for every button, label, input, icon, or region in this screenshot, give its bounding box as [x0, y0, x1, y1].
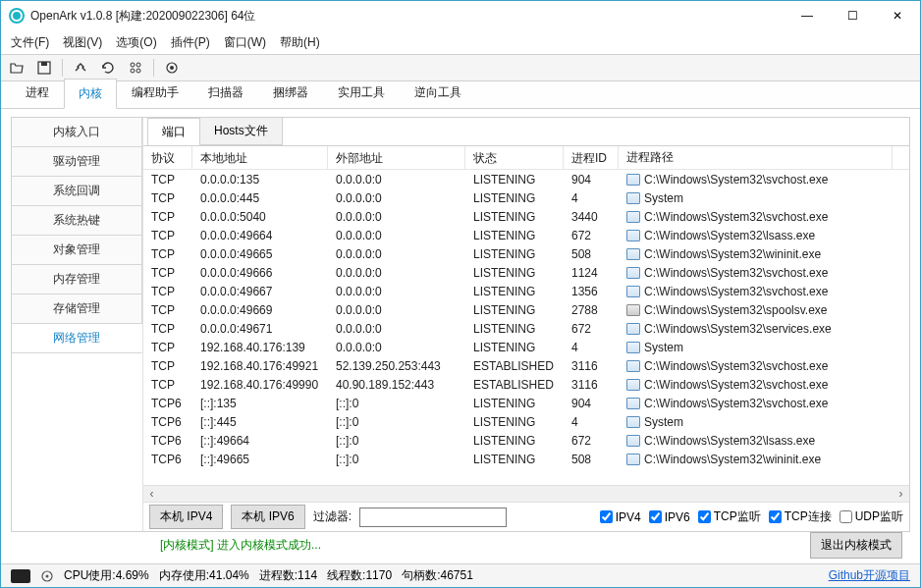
sidenav-object[interactable]: 对象管理	[12, 236, 142, 265]
tab-reverse[interactable]: 逆向工具	[400, 78, 476, 108]
sidenav-hotkey[interactable]: 系统热键	[12, 206, 142, 236]
minimize-icon: —	[801, 9, 813, 23]
exit-kernel-button[interactable]: 退出内核模式	[810, 532, 902, 559]
save-icon[interactable]	[34, 58, 54, 78]
handle-count: 句柄数:46751	[402, 567, 473, 584]
scroll-right-icon[interactable]: ›	[893, 486, 909, 503]
tab-scanner[interactable]: 扫描器	[193, 78, 258, 108]
cell-local: 0.0.0.0:49666	[192, 265, 328, 281]
table-row[interactable]: TCP0.0.0.0:496650.0.0.0:0LISTENING508C:\…	[143, 244, 909, 263]
col-protocol[interactable]: 协议	[143, 146, 192, 169]
subtab-ports[interactable]: 端口	[147, 118, 200, 146]
cell-remote: 0.0.0.0:0	[328, 302, 465, 318]
cell-proto: TCP	[143, 209, 192, 225]
table-row[interactable]: TCP0.0.0.0:1350.0.0.0:0LISTENING904C:\Wi…	[143, 170, 909, 188]
local-ipv4-button[interactable]: 本机 IPV4	[149, 505, 223, 529]
udp-listen-checkbox[interactable]: UDP监听	[840, 508, 903, 525]
cell-proto: TCP	[143, 321, 192, 337]
table-row[interactable]: TCP6[::]:135[::]:0LISTENING904C:\Windows…	[143, 394, 909, 412]
table-row[interactable]: TCP0.0.0.0:4450.0.0.0:0LISTENING4System	[143, 188, 909, 207]
sub-tabs: 端口 Hosts文件	[143, 118, 909, 145]
subtab-hosts[interactable]: Hosts文件	[200, 118, 283, 145]
sidenav-entry[interactable]: 内核入口	[12, 118, 142, 147]
svg-rect-1	[41, 62, 47, 66]
table-row[interactable]: TCP0.0.0.0:496640.0.0.0:0LISTENING672C:\…	[143, 226, 909, 244]
tab-utility[interactable]: 实用工具	[323, 78, 400, 108]
cell-state: LISTENING	[465, 246, 564, 262]
table-row[interactable]: TCP6[::]:445[::]:0LISTENING4System	[143, 412, 909, 431]
cell-local: [::]:49664	[192, 433, 328, 449]
table-row[interactable]: TCP6[::]:49665[::]:0LISTENING508C:\Windo…	[143, 450, 909, 468]
menu-help[interactable]: 帮助(H)	[280, 34, 320, 51]
menubar: 文件(F) 视图(V) 选项(O) 插件(P) 窗口(W) 帮助(H)	[1, 30, 920, 54]
cell-local: [::]:135	[192, 396, 328, 411]
table-row[interactable]: TCP6[::]:49664[::]:0LISTENING672C:\Windo…	[143, 431, 909, 450]
menu-file[interactable]: 文件(F)	[11, 34, 49, 51]
gear-icon[interactable]	[40, 569, 54, 583]
table-row[interactable]: TCP0.0.0.0:50400.0.0.0:0LISTENING3440C:\…	[143, 207, 909, 226]
cell-state: LISTENING	[465, 172, 564, 187]
sidenav-memory[interactable]: 内存管理	[12, 265, 142, 294]
grid-icon[interactable]	[126, 58, 145, 78]
filter-input[interactable]	[359, 508, 507, 527]
sidenav-storage[interactable]: 存储管理	[12, 294, 142, 324]
table-body[interactable]: TCP0.0.0.0:1350.0.0.0:0LISTENING904C:\Wi…	[143, 170, 909, 485]
minimize-button[interactable]: —	[785, 1, 830, 30]
process-icon	[626, 304, 640, 316]
tcp-conn-checkbox[interactable]: TCP连接	[769, 508, 832, 525]
cell-proto: TCP6	[143, 433, 192, 449]
cell-state: LISTENING	[465, 433, 564, 449]
svg-point-7	[170, 66, 174, 70]
cell-proto: TCP	[143, 340, 192, 355]
tab-bundler[interactable]: 捆绑器	[258, 78, 323, 108]
cell-local: 0.0.0.0:49664	[192, 228, 328, 243]
ipv6-checkbox[interactable]: IPV6	[649, 510, 690, 524]
col-local-addr[interactable]: 本地地址	[192, 146, 328, 169]
tab-codehelper[interactable]: 编程助手	[117, 78, 193, 108]
close-button[interactable]: ✕	[875, 1, 920, 30]
cell-path: C:\Windows\System32\wininit.exe	[619, 452, 909, 467]
table-row[interactable]: TCP0.0.0.0:496670.0.0.0:0LISTENING1356C:…	[143, 282, 909, 300]
github-link[interactable]: Github开源项目	[829, 567, 910, 584]
table-row[interactable]: TCP0.0.0.0:496690.0.0.0:0LISTENING2788C:…	[143, 300, 909, 319]
sidenav-callback[interactable]: 系统回调	[12, 177, 142, 206]
menu-view[interactable]: 视图(V)	[63, 34, 102, 51]
table-row[interactable]: TCP192.168.40.176:4999040.90.189.152:443…	[143, 375, 909, 394]
tab-kernel[interactable]: 内核	[64, 79, 117, 109]
tab-process[interactable]: 进程	[11, 78, 64, 108]
table-row[interactable]: TCP0.0.0.0:496660.0.0.0:0LISTENING1124C:…	[143, 263, 909, 282]
menu-options[interactable]: 选项(O)	[116, 34, 156, 51]
local-ipv6-button[interactable]: 本机 IPV6	[231, 505, 304, 529]
sidenav-driver[interactable]: 驱动管理	[12, 147, 142, 177]
window-title: OpenArk v1.0.8 [构建:202009022306] 64位	[30, 8, 255, 25]
cell-pid: 672	[564, 228, 619, 243]
sidenav-network[interactable]: 网络管理	[12, 324, 142, 353]
tcp-listen-checkbox[interactable]: TCP监听	[698, 508, 761, 525]
menu-plugins[interactable]: 插件(P)	[171, 34, 210, 51]
ipv4-checkbox[interactable]: IPV4	[600, 510, 641, 524]
table-row[interactable]: TCP0.0.0.0:496710.0.0.0:0LISTENING672C:\…	[143, 319, 909, 338]
target-icon[interactable]	[162, 58, 182, 78]
table-row[interactable]: TCP192.168.40.176:4992152.139.250.253:44…	[143, 356, 909, 375]
col-path[interactable]: 进程路径	[619, 146, 893, 169]
refresh-icon[interactable]	[98, 58, 118, 78]
scroll-left-icon[interactable]: ‹	[143, 486, 160, 503]
bottom-bar: [内核模式] 进入内核模式成功... 退出内核模式	[11, 532, 910, 560]
menu-window[interactable]: 窗口(W)	[224, 34, 266, 51]
horizontal-scrollbar[interactable]: ‹ ›	[143, 485, 909, 502]
settings-icon[interactable]	[71, 58, 90, 78]
svg-point-5	[136, 69, 140, 73]
side-nav: 内核入口 驱动管理 系统回调 系统热键 对象管理 内存管理 存储管理 网络管理	[12, 118, 143, 531]
cell-path: C:\Windows\System32\svchost.exe	[619, 358, 909, 374]
col-pid[interactable]: 进程ID	[564, 146, 619, 169]
maximize-button[interactable]: ☐	[830, 1, 875, 30]
col-state[interactable]: 状态	[465, 146, 564, 169]
cell-path: C:\Windows\System32\services.exe	[619, 321, 909, 337]
cell-pid: 2788	[564, 302, 619, 318]
cell-local: [::]:49665	[192, 452, 328, 467]
cell-pid: 508	[564, 246, 619, 262]
cell-state: LISTENING	[465, 414, 564, 430]
table-row[interactable]: TCP192.168.40.176:1390.0.0.0:0LISTENING4…	[143, 338, 909, 356]
col-remote-addr[interactable]: 外部地址	[328, 146, 465, 169]
open-icon[interactable]	[7, 58, 27, 78]
